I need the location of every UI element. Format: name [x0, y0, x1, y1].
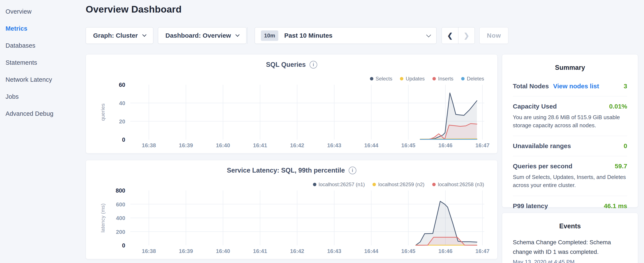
chart-card-service-latency-sql-99th-percentile: Service Latency: SQL, 99th percentileilo… — [86, 160, 498, 259]
info-icon[interactable]: i — [310, 61, 317, 69]
dashboard-dropdown[interactable]: Dashboard: Overview — [158, 27, 246, 44]
svg-text:16:46: 16:46 — [438, 248, 453, 254]
sidebar-item-metrics[interactable]: Metrics — [6, 20, 82, 37]
legend-item-localhost-26257-n1[interactable]: localhost:26257 (n1) — [313, 181, 365, 187]
event-timestamp: May 13, 2020 at 4:45 PM — [513, 259, 627, 263]
svg-text:16:38: 16:38 — [142, 248, 156, 254]
summary-heading: Summary — [513, 64, 627, 72]
controls-divider — [247, 27, 248, 44]
svg-text:16:46: 16:46 — [438, 142, 453, 149]
svg-text:16:42: 16:42 — [290, 248, 304, 254]
chart-title: SQL Queries — [266, 61, 306, 69]
svg-text:16:47: 16:47 — [476, 248, 490, 254]
summary-value: 3 — [624, 83, 627, 90]
summary-divider — [513, 96, 627, 96]
chart-legend: SelectsUpdatesInsertsDeletes — [370, 76, 484, 82]
legend-item-updates[interactable]: Updates — [400, 76, 424, 82]
legend-dot-icon — [400, 77, 403, 80]
sidebar-item-databases[interactable]: Databases — [6, 37, 82, 54]
sidebar-item-jobs[interactable]: Jobs — [6, 88, 82, 105]
summary-label: Capacity Used — [513, 103, 557, 110]
chart-plot[interactable]: 16:3816:3916:4016:4116:4216:4316:4416:45… — [91, 82, 493, 150]
legend-dot-icon — [313, 183, 316, 186]
svg-text:16:45: 16:45 — [401, 142, 416, 149]
summary-row-unavailable-ranges: Unavailable ranges0 — [513, 142, 627, 150]
summary-description: You are using 28.6 MiB of 515.9 GiB usab… — [513, 113, 627, 129]
sidebar-item-statements[interactable]: Statements — [6, 54, 82, 71]
summary-value: 0 — [624, 142, 627, 150]
legend-item-selects[interactable]: Selects — [370, 76, 392, 82]
legend-label: localhost:26259 (n2) — [378, 181, 424, 187]
time-step-buttons: ❮ ❯ — [442, 27, 475, 44]
svg-text:16:43: 16:43 — [327, 248, 342, 254]
chevron-down-icon — [236, 33, 240, 37]
legend-label: localhost:26258 (n3) — [438, 181, 484, 187]
svg-text:0: 0 — [122, 242, 125, 249]
summary-label: Queries per second — [513, 163, 572, 170]
chart-title: Service Latency: SQL, 99th percentile — [227, 167, 345, 174]
graph-dropdown-label: Graph: Cluster — [93, 32, 138, 39]
time-range-selector[interactable]: 10m Past 10 Minutes — [255, 27, 436, 44]
svg-text:queries: queries — [100, 103, 106, 121]
svg-text:16:45: 16:45 — [401, 248, 416, 254]
event-text: Schema Change Completed: Schema change w… — [513, 238, 627, 256]
sidebar-item-network-latency[interactable]: Network Latency — [6, 71, 82, 88]
summary-label: P99 latency — [513, 202, 548, 210]
events-panel: Events Schema Change Completed: Schema c… — [502, 213, 638, 263]
chevron-down-icon — [426, 33, 431, 38]
summary-row-capacity-used: Capacity Used0.01% — [513, 103, 627, 110]
legend-dot-icon — [461, 77, 464, 80]
svg-text:16:38: 16:38 — [142, 142, 156, 149]
svg-text:16:40: 16:40 — [216, 248, 230, 254]
chart-title-row: SQL Queriesi — [86, 61, 497, 69]
svg-text:16:41: 16:41 — [253, 142, 267, 149]
legend-dot-icon — [370, 77, 373, 80]
chart-plot[interactable]: 16:3816:3916:4016:4116:4216:4316:4416:45… — [91, 187, 493, 255]
svg-text:16:39: 16:39 — [179, 142, 193, 149]
legend-dot-icon — [432, 77, 436, 80]
summary-row-total-nodes: Total NodesView nodes list3 — [513, 83, 627, 90]
svg-text:16:44: 16:44 — [364, 248, 378, 254]
sidebar-item-overview[interactable]: Overview — [6, 3, 82, 20]
chevron-down-icon — [142, 33, 146, 37]
now-button[interactable]: Now — [480, 27, 508, 44]
sidebar: OverviewMetricsDatabasesStatementsNetwor… — [6, 3, 82, 122]
time-range-label: Past 10 Minutes — [284, 32, 332, 39]
info-icon[interactable]: i — [349, 167, 356, 174]
legend-item-inserts[interactable]: Inserts — [432, 76, 454, 82]
legend-label: Inserts — [438, 76, 454, 82]
summary-value: 0.01% — [609, 103, 627, 110]
chart-card-sql-queries: SQL QueriesiSelectsUpdatesInsertsDeletes… — [86, 54, 498, 153]
summary-row-queries-per-second: Queries per second59.7 — [513, 163, 627, 170]
legend-item-deletes[interactable]: Deletes — [461, 76, 484, 82]
legend-item-localhost-26258-n3[interactable]: localhost:26258 (n3) — [432, 181, 484, 187]
legend-label: localhost:26257 (n1) — [319, 181, 365, 187]
chart-title-row: Service Latency: SQL, 99th percentilei — [86, 167, 497, 174]
legend-label: Updates — [406, 76, 424, 82]
svg-text:800: 800 — [116, 187, 125, 194]
summary-panel: Summary Total NodesView nodes list3Capac… — [502, 54, 638, 207]
svg-text:400: 400 — [116, 215, 125, 221]
summary-value: 46.1 ms — [604, 202, 627, 210]
graph-dropdown[interactable]: Graph: Cluster — [86, 27, 153, 44]
dashboard-dropdown-label: Dashboard: Overview — [166, 32, 231, 39]
summary-divider — [513, 196, 627, 196]
next-range-button[interactable]: ❯ — [458, 28, 474, 44]
chevron-right-icon: ❯ — [464, 32, 470, 40]
legend-item-localhost-26259-n2[interactable]: localhost:26259 (n2) — [372, 181, 424, 187]
event-item[interactable]: Schema Change Completed: Schema change w… — [513, 238, 627, 263]
summary-value: 59.7 — [615, 163, 627, 170]
sidebar-item-advanced-debug[interactable]: Advanced Debug — [6, 105, 82, 122]
svg-text:20: 20 — [119, 118, 125, 125]
svg-text:16:43: 16:43 — [327, 142, 342, 149]
legend-dot-icon — [372, 183, 376, 186]
page-title: Overview Dashboard — [86, 4, 182, 15]
svg-text:16:41: 16:41 — [253, 248, 267, 254]
view-nodes-link[interactable]: View nodes list — [553, 83, 599, 90]
summary-label: Unavailable ranges — [513, 142, 571, 150]
svg-text:16:47: 16:47 — [476, 142, 490, 149]
summary-description: Sum of Selects, Updates, Inserts, and De… — [513, 173, 627, 189]
legend-label: Selects — [376, 76, 392, 82]
previous-range-button[interactable]: ❮ — [442, 28, 458, 44]
svg-text:600: 600 — [116, 201, 125, 208]
